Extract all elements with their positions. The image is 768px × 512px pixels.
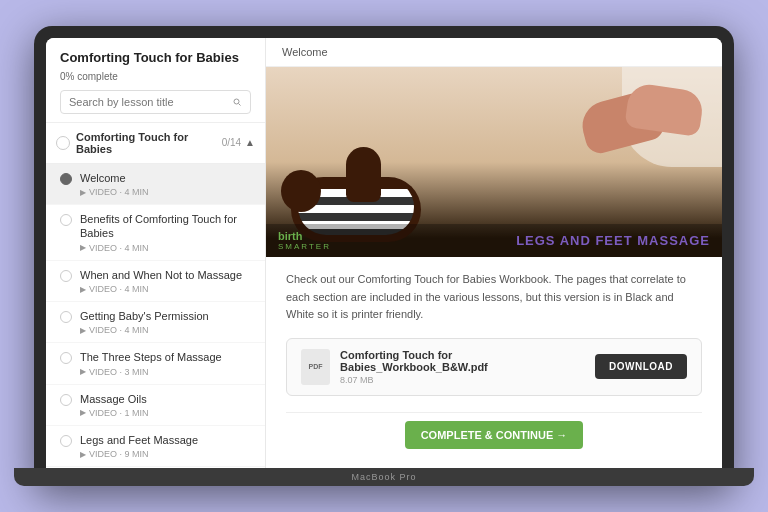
laptop-frame: Comforting Touch for Babies 0% complete … (34, 26, 734, 486)
birth-logo: birth SMARTER (278, 230, 331, 251)
main-body: Check out our Comforting Touch for Babie… (266, 257, 722, 467)
lesson-duration: VIDEO · 4 MIN (89, 284, 149, 294)
lesson-info: Benefits of Comforting Touch for Babies … (80, 212, 255, 253)
lesson-name: Welcome (80, 171, 255, 185)
list-item[interactable]: Legs and Feet Massage ▶ VIDEO · 9 MIN (46, 426, 265, 467)
lesson-meta: ▶ VIDEO · 3 MIN (80, 367, 255, 377)
list-item[interactable]: Getting Baby's Permission ▶ VIDEO · 4 MI… (46, 302, 265, 343)
course-count: 0/14 (222, 137, 241, 148)
search-input[interactable] (60, 90, 251, 114)
sidebar-progress: 0% complete (60, 71, 251, 82)
lesson-dot (60, 311, 72, 323)
lesson-dot (60, 173, 72, 185)
chevron-up-icon: ▲ (245, 137, 255, 148)
baby-head (281, 170, 321, 212)
lesson-duration: VIDEO · 4 MIN (89, 243, 149, 253)
lesson-meta: ▶ VIDEO · 9 MIN (80, 449, 255, 459)
lesson-meta: ▶ VIDEO · 4 MIN (80, 325, 255, 335)
lesson-info: Massage Oils ▶ VIDEO · 1 MIN (80, 392, 255, 418)
download-card: PDF Comforting Touch for Babies_Workbook… (286, 338, 702, 396)
breadcrumb: Welcome (266, 38, 722, 67)
list-item[interactable]: The Three Steps of Massage ▶ VIDEO · 3 M… (46, 343, 265, 384)
lesson-info: Legs and Feet Massage ▶ VIDEO · 9 MIN (80, 433, 255, 459)
lesson-name: Legs and Feet Massage (80, 433, 255, 447)
list-item[interactable]: Benefits of Comforting Touch for Babies … (46, 205, 265, 261)
laptop-screen: Comforting Touch for Babies 0% complete … (46, 38, 722, 468)
lesson-duration: VIDEO · 4 MIN (89, 325, 149, 335)
lesson-name: The Three Steps of Massage (80, 350, 255, 364)
baby-leg (346, 147, 381, 202)
list-item[interactable]: Massage Oils ▶ VIDEO · 1 MIN (46, 385, 265, 426)
video-icon: ▶ (80, 326, 86, 335)
description-text: Check out our Comforting Touch for Babie… (286, 271, 702, 324)
file-name: Comforting Touch for Babies_Workbook_B&W… (340, 349, 595, 373)
lesson-name: Massage Oils (80, 392, 255, 406)
lesson-name: When and When Not to Massage (80, 268, 255, 282)
lesson-info: When and When Not to Massage ▶ VIDEO · 4… (80, 268, 255, 294)
birth-logo-text: birth (278, 230, 331, 242)
lesson-dot (60, 270, 72, 282)
lesson-name: Getting Baby's Permission (80, 309, 255, 323)
sidebar: Comforting Touch for Babies 0% complete … (46, 38, 266, 468)
video-icon: ▶ (80, 367, 86, 376)
video-player[interactable]: birth SMARTER LEGS AND FEET MASSAGE (266, 67, 722, 257)
lesson-name: Benefits of Comforting Touch for Babies (80, 212, 255, 241)
lesson-duration: VIDEO · 3 MIN (89, 367, 149, 377)
video-icon: ▶ (80, 243, 86, 252)
sidebar-title: Comforting Touch for Babies (60, 50, 251, 67)
list-item[interactable]: When and When Not to Massage ▶ VIDEO · 4… (46, 261, 265, 302)
lesson-dot (60, 352, 72, 364)
bottom-bar: COMPLETE & CONTINUE → (286, 412, 702, 453)
course-info: Comforting Touch for Babies (56, 131, 222, 155)
video-icon: ▶ (80, 188, 86, 197)
lesson-meta: ▶ VIDEO · 4 MIN (80, 187, 255, 197)
course-circle-icon (56, 136, 70, 150)
course-name: Comforting Touch for Babies (76, 131, 222, 155)
laptop-brand-label: MacBook Pro (351, 472, 416, 482)
lesson-meta: ▶ VIDEO · 1 MIN (80, 408, 255, 418)
video-icon: ▶ (80, 450, 86, 459)
course-header: Comforting Touch for Babies 0/14 ▲ (46, 123, 265, 164)
lesson-duration: VIDEO · 4 MIN (89, 187, 149, 197)
laptop-base: MacBook Pro (14, 468, 754, 486)
sidebar-header: Comforting Touch for Babies 0% complete (46, 38, 265, 123)
lesson-dot (60, 214, 72, 226)
lesson-duration: VIDEO · 1 MIN (89, 408, 149, 418)
file-details: Comforting Touch for Babies_Workbook_B&W… (340, 349, 595, 385)
lesson-meta: ▶ VIDEO · 4 MIN (80, 243, 255, 253)
lesson-dot (60, 394, 72, 406)
video-bottom-bar: birth SMARTER LEGS AND FEET MASSAGE (266, 224, 722, 257)
file-size: 8.07 MB (340, 375, 595, 385)
lesson-info: The Three Steps of Massage ▶ VIDEO · 3 M… (80, 350, 255, 376)
complete-continue-button[interactable]: COMPLETE & CONTINUE → (405, 421, 584, 449)
video-icon: ▶ (80, 408, 86, 417)
lesson-info: Welcome ▶ VIDEO · 4 MIN (80, 171, 255, 197)
birth-logo-sub: SMARTER (278, 242, 331, 251)
download-button[interactable]: DOWNLOAD (595, 354, 687, 379)
list-item[interactable]: Welcome ▶ VIDEO · 4 MIN (46, 164, 265, 205)
lesson-duration: VIDEO · 9 MIN (89, 449, 149, 459)
lesson-dot (60, 435, 72, 447)
lessons-list: Welcome ▶ VIDEO · 4 MIN Benefits of Comf… (46, 164, 265, 468)
file-icon: PDF (301, 349, 330, 385)
file-info: PDF Comforting Touch for Babies_Workbook… (301, 349, 595, 385)
lesson-meta: ▶ VIDEO · 4 MIN (80, 284, 255, 294)
main-content: Welcome (266, 38, 722, 468)
video-title: LEGS AND FEET MASSAGE (516, 233, 710, 248)
video-icon: ▶ (80, 285, 86, 294)
lesson-info: Getting Baby's Permission ▶ VIDEO · 4 MI… (80, 309, 255, 335)
